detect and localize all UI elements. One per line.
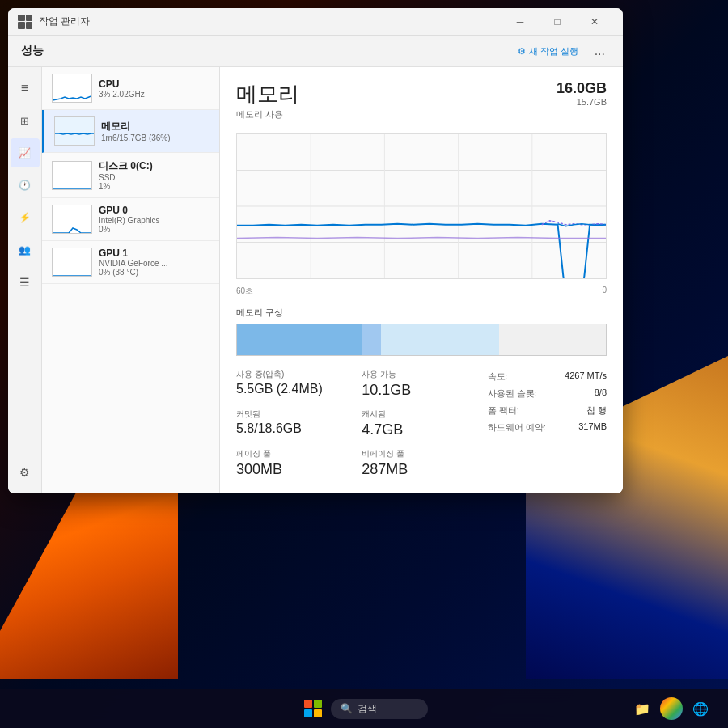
stat-available-label: 사용 가능 [362,369,474,380]
stats-container: 사용 중(압축) 5.5GB (2.4MB) 사용 가능 10.1GB 커밋됨 … [236,369,607,478]
file-explorer-icon[interactable]: 📁 [631,697,654,720]
stat-committed-label: 커밋됨 [236,408,349,420]
task-manager-window: 작업 관리자 ─ □ ✕ 성능 ⚙ 새 작업 실행 ... ≡ ⊞ 📈 🕐 ⚡ … [8,8,623,493]
form-factor-row: 폼 팩터: 칩 행 [488,404,607,417]
stats-grid: 사용 중(압축) 5.5GB (2.4MB) 사용 가능 10.1GB 커밋됨 … [236,369,475,478]
mem-seg-free [499,324,606,355]
close-button[interactable]: ✕ [576,8,613,36]
processes-icon-button[interactable]: ⊞ [11,106,40,135]
gear-icon: ⚙ [518,46,526,57]
graph-labels: 60초 0 [236,286,607,297]
detail-subtitle: 메모리 사용 [236,108,299,121]
memory-info: 메모리 1m6/15.7GB (36%) [101,120,210,142]
detail-header: 메모리 메모리 사용 16.0GB 15.7GB [236,80,607,130]
search-label: 검색 [358,702,377,716]
cpu-sub: 3% 2.02GHz [99,90,210,99]
hw-reserved-row: 하드웨어 예약: 317MB [488,421,607,434]
memory-mini-chart [54,116,95,146]
new-task-button[interactable]: ⚙ 새 작업 실행 [513,43,583,60]
details-icon-button[interactable]: ☰ [11,268,40,297]
browser-icon-2[interactable]: 🌐 [689,697,712,720]
mem-seg-standby [381,324,499,355]
hw-reserved-value: 317MB [578,421,607,434]
total-ram: 16.0GB [557,80,607,97]
mem-structure-label: 메모리 구성 [236,307,607,319]
slots-label: 사용된 슬롯: [488,387,537,400]
stat-committed-value: 5.8/18.6GB [236,421,349,436]
gpu0-sub2: 0% [99,225,210,234]
disk-sub2: 1% [99,182,210,191]
app-icon [18,15,32,29]
gpu0-mini-chart [52,205,92,234]
mem-structure-bar [236,324,607,356]
history-icon-button[interactable]: 🕐 [11,171,40,200]
gpu1-sub1: NVIDIA GeForce ... [99,259,210,268]
cpu-name: CPU [99,78,210,90]
memory-name: 메모리 [101,120,210,133]
slots-row: 사용된 슬롯: 8/8 [488,387,607,400]
memory-graph [236,133,607,279]
start-button[interactable] [300,696,326,722]
gpu0-name: GPU 0 [99,205,210,216]
browser-icon-1[interactable] [660,697,683,720]
startup-icon-button[interactable]: ⚡ [11,203,40,232]
taskbar-right: 📁 🌐 [631,697,712,720]
search-icon: 🔍 [341,703,353,714]
stat-available: 사용 가능 10.1GB [362,369,474,399]
stat-available-value: 10.1GB [362,382,474,399]
stat-cached-label: 캐시됨 [362,408,474,420]
gpu0-list-item[interactable]: GPU 0 Intel(R) Graphics 0% [42,198,219,241]
stat-cached-value: 4.7GB [362,421,474,438]
menu-icon-button[interactable]: ≡ [11,74,40,103]
settings-icon-button[interactable]: ⚙ [11,458,40,487]
taskbar-search[interactable]: 🔍 검색 [331,699,428,719]
slots-value: 8/8 [595,387,607,400]
speed-value: 4267 MT/s [565,370,607,383]
gpu0-sub1: Intel(R) Graphics [99,216,210,225]
memory-list-item[interactable]: 메모리 1m6/15.7GB (36%) [42,110,219,153]
section-title: 성능 [21,44,44,58]
titlebar: 작업 관리자 ─ □ ✕ [8,8,623,36]
gpu0-info: GPU 0 Intel(R) Graphics 0% [99,205,210,234]
memory-detail-panel: 메모리 메모리 사용 16.0GB 15.7GB [220,67,623,493]
stat-paged-pool-value: 300MB [236,461,349,478]
graph-time-label: 60초 [236,286,253,297]
stat-nonpaged-pool-value: 287MB [362,461,474,478]
cpu-list-item[interactable]: CPU 3% 2.02GHz [42,67,219,110]
taskbar-center: 🔍 검색 [300,696,428,722]
performance-header: 성능 ⚙ 새 작업 실행 ... [8,36,623,67]
stat-in-use-value: 5.5GB (2.4MB) [236,382,349,396]
gpu1-info: GPU 1 NVIDIA GeForce ... 0% (38 °C) [99,248,210,277]
detail-title: 메모리 [236,80,299,108]
speed-row: 속도: 4267 MT/s [488,370,607,383]
cpu-info: CPU 3% 2.02GHz [99,78,210,99]
form-factor-value: 칩 행 [586,404,607,417]
users-icon-button[interactable]: 👥 [11,235,40,265]
total-ram-sub: 15.7GB [557,97,607,107]
mem-seg-used [237,324,362,355]
disk-info: 디스크 0(C:) SSD 1% [99,159,210,191]
form-factor-label: 폼 팩터: [488,404,519,417]
disk-list-item[interactable]: 디스크 0(C:) SSD 1% [42,153,219,198]
detail-value-block: 16.0GB 15.7GB [557,80,607,107]
new-task-label: 새 작업 실행 [529,45,578,57]
memory-sub: 1m6/15.7GB (36%) [101,133,210,142]
windows-logo [304,700,322,717]
gpu1-name: GPU 1 [99,248,210,259]
stat-committed: 커밋됨 5.8/18.6GB [236,408,349,438]
maximize-button[interactable]: □ [539,8,576,36]
disk-sub1: SSD [99,173,210,182]
stat-nonpaged-pool-label: 비페이징 풀 [362,448,474,459]
performance-icon-button[interactable]: 📈 [11,138,40,167]
stat-nonpaged-pool: 비페이징 풀 287MB [362,448,474,478]
more-options-button[interactable]: ... [590,42,610,60]
stat-in-use: 사용 중(압축) 5.5GB (2.4MB) [236,369,349,399]
gpu1-list-item[interactable]: GPU 1 NVIDIA GeForce ... 0% (38 °C) [42,241,219,284]
minimize-button[interactable]: ─ [502,8,539,36]
window-controls: ─ □ ✕ [502,8,613,36]
taskbar: 🔍 검색 📁 🌐 [0,689,728,728]
graph-zero-label: 0 [602,286,607,297]
gpu1-sub2: 0% (38 °C) [99,268,210,277]
gpu1-mini-chart [52,248,92,277]
disk-mini-chart [52,161,92,190]
